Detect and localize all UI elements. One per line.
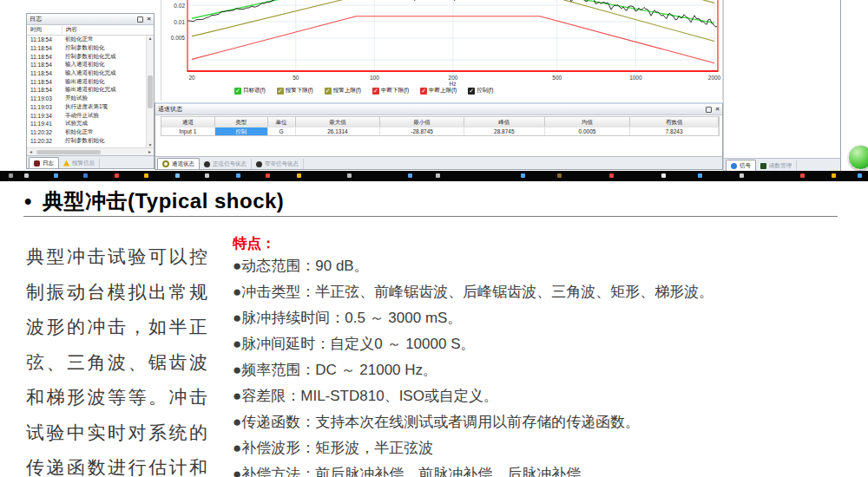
legend-checkbox[interactable]: ✓ xyxy=(277,88,284,95)
side-tab-label: 函数管理 xyxy=(769,162,792,170)
log-row-time: 11:19:41 xyxy=(27,121,62,127)
log-row[interactable]: 11:20:32控制参数初始化 xyxy=(27,136,154,145)
legend-checkbox[interactable]: ✓ xyxy=(468,88,475,95)
channel-tab-label: 通道状态 xyxy=(172,160,194,168)
scroll-thumb[interactable] xyxy=(36,150,101,154)
heading-bullet: • xyxy=(24,189,32,212)
feature-item: ●脉冲持续时间：0.5 ～ 3000 mS。 xyxy=(233,305,853,331)
log-row[interactable]: 11:18:54输入通道初始化 xyxy=(27,61,154,69)
legend-checkbox[interactable]: ✓ xyxy=(372,88,379,95)
channel-table: 通道类型单位最大值最小值峰值均值有效值 Input 1控制G26.1314-28… xyxy=(161,116,720,136)
log-row[interactable]: 11:18:54控制参数初始化 xyxy=(27,44,154,53)
taskbar-icon xyxy=(408,173,412,178)
svg-text:0.02: 0.02 xyxy=(174,3,185,9)
log-vertical-scrollbar[interactable]: ▲ ▼ xyxy=(146,36,154,147)
taskbar-icon xyxy=(175,173,180,178)
log-row-time: 11:18:54 xyxy=(27,62,62,68)
legend-label: 报警上限(f) xyxy=(333,87,361,95)
log-row-time: 11:18:54 xyxy=(27,70,62,76)
close-icon[interactable]: × xyxy=(715,106,720,113)
taskbar-icon xyxy=(54,173,58,178)
feature-item: ●冲击类型：半正弦、前峰锯齿波、后峰锯齿波、三角波、矩形、梯形波。 xyxy=(233,279,853,305)
channel-tabstrip: 通道状态正弦信号状态窄带信号状态 xyxy=(155,156,722,169)
log-tab-日志[interactable]: 日志 xyxy=(29,157,59,168)
heading-underline xyxy=(23,216,838,217)
floating-service-button[interactable] xyxy=(848,145,868,170)
taskbar-icon xyxy=(858,173,862,178)
legend-checkbox[interactable]: ✓ xyxy=(234,88,241,95)
channel-panel-title: 通道状态 xyxy=(158,105,706,114)
heading-text: 典型冲击(Typical shock) xyxy=(43,189,284,212)
taskbar-icon xyxy=(115,173,119,178)
log-row-content: 控制参数初始化完成 xyxy=(62,53,116,61)
channel-tab-通道状态[interactable]: 通道状态 xyxy=(157,158,200,169)
side-tab-函数管理[interactable]: 函数管理 xyxy=(756,160,797,171)
channel-col-header: 通道 xyxy=(161,117,215,127)
log-row[interactable]: 11:18:54输出通道初始化 xyxy=(27,77,154,86)
side-tab-信号[interactable]: 信号 xyxy=(726,160,756,171)
svg-text:50: 50 xyxy=(293,75,299,81)
channel-row[interactable]: Input 1控制G26.1314-28.874528.87450.00057.… xyxy=(161,127,719,135)
scroll-left-icon[interactable]: ◄ xyxy=(27,149,35,154)
log-col-time: 时间 xyxy=(27,26,62,34)
scroll-right-icon[interactable]: ► xyxy=(146,149,154,154)
log-row-content: 输出通道初始化 xyxy=(62,78,105,86)
feature-item: ●补偿方法：前后脉冲补偿、前脉冲补偿、后脉冲补偿 xyxy=(233,461,853,477)
feature-item: ●补偿波形：矩形波，半正弦波 xyxy=(233,435,853,461)
scroll-thumb[interactable] xyxy=(148,75,153,108)
scroll-down-icon[interactable]: ▼ xyxy=(148,142,153,147)
channel-cell: 28.8745 xyxy=(464,127,545,135)
log-tab-label: 日志 xyxy=(43,160,54,167)
taskbar[interactable] xyxy=(0,171,868,181)
feature-item: ●传递函数：支持本次在线测试或者调用以前存储的传递函数。 xyxy=(233,409,853,435)
log-row-time: 11:18:54 xyxy=(27,79,62,85)
log-row[interactable]: 11:18:54输出通道初始化完成 xyxy=(27,86,154,95)
legend-checkbox[interactable]: ✓ xyxy=(325,88,332,95)
log-row[interactable]: 11:20:32初始化正常 xyxy=(27,128,154,137)
right-dock-pane: 信号函数管理 xyxy=(723,0,841,171)
legend-checkbox[interactable]: ✓ xyxy=(420,88,427,95)
scroll-up-icon[interactable]: ▲ xyxy=(148,36,153,41)
page: 0.020.010.005205010020050010002000Hz ✓目标… xyxy=(0,0,868,477)
log-column-headers: 时间 内容 xyxy=(27,25,154,36)
legend-item: ✓中断下限(f) xyxy=(372,87,409,95)
log-icon xyxy=(34,160,40,167)
log-row[interactable]: 11:18:54初始化正常 xyxy=(27,36,154,44)
intro-paragraph-line: 传递函数进行估计和 xyxy=(26,450,222,477)
log-row[interactable]: 11:19:03开始试验 xyxy=(27,95,154,103)
channel-panel-titlebar: 通道状态 × xyxy=(155,104,722,115)
log-tab-label: 报警信息 xyxy=(72,160,95,167)
svg-text:1000: 1000 xyxy=(629,75,642,81)
channel-cell: 7.8243 xyxy=(630,127,719,135)
channel-cell: 26.1314 xyxy=(296,127,381,135)
alarm-icon xyxy=(63,160,69,167)
channel-cell: 0.0005 xyxy=(545,127,631,135)
log-row-time: 11:18:54 xyxy=(27,36,62,42)
log-panel-title: 日志 xyxy=(30,15,137,23)
intro-paragraph-line: 试验中实时对系统的 xyxy=(26,415,222,451)
log-row[interactable]: 11:18:54输入通道初始化完成 xyxy=(27,69,154,78)
taskbar-icon xyxy=(521,173,525,178)
log-row-content: 开始试验 xyxy=(62,95,88,102)
channel-tab-窄带信号状态[interactable]: 窄带信号状态 xyxy=(252,159,304,169)
log-row[interactable]: 11:19:03执行进度表第1项 xyxy=(27,103,154,112)
pin-icon[interactable] xyxy=(706,107,712,113)
channel-tab-正弦信号状态[interactable]: 正弦信号状态 xyxy=(200,159,252,169)
close-icon[interactable]: × xyxy=(147,16,151,23)
pin-icon[interactable] xyxy=(137,16,143,23)
log-row[interactable]: 11:19:41试验完成 xyxy=(27,120,154,128)
channel-ring-icon xyxy=(162,160,169,167)
taskbar-icon xyxy=(266,173,270,178)
svg-text:0.005: 0.005 xyxy=(171,35,186,41)
taskbar-icon xyxy=(557,173,562,178)
legend-label: 中断上限(f) xyxy=(429,87,457,95)
control-spectrum-panel: 0.020.010.005205010020050010002000Hz ✓目标… xyxy=(161,0,723,101)
legend-label: 报警下限(f) xyxy=(286,87,313,95)
log-row[interactable]: 11:19:34手动停止试验 xyxy=(27,111,154,120)
log-horizontal-scrollbar[interactable]: ◄ ► xyxy=(27,147,154,155)
log-tab-报警信息[interactable]: 报警信息 xyxy=(59,158,100,168)
log-row[interactable]: 11:18:54控制参数初始化完成 xyxy=(27,52,154,61)
taskbar-icon xyxy=(236,173,240,178)
legend-item: ✓目标谱(f) xyxy=(234,87,266,95)
log-row-time: 11:20:32 xyxy=(27,129,62,135)
